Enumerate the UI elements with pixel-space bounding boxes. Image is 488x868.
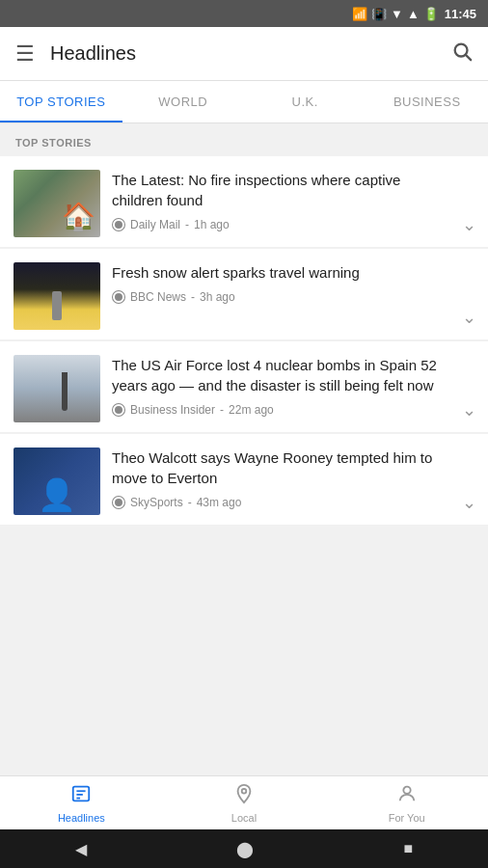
section-label: TOP STORIES xyxy=(0,123,488,156)
news-meta-3: Business Insider - 22m ago xyxy=(112,403,447,417)
news-title-4: Theo Walcott says Wayne Rooney tempted h… xyxy=(112,448,447,488)
tabs-nav: TOP STORIES WORLD U.K. BUSINESS xyxy=(0,81,488,123)
news-time-3: 22m ago xyxy=(229,403,274,417)
news-item-3[interactable]: The US Air Force lost 4 nuclear bombs in… xyxy=(0,341,488,433)
nav-headlines[interactable]: Headlines xyxy=(0,776,163,829)
headlines-nav-label: Headlines xyxy=(58,812,105,824)
expand-icon-4[interactable]: ⌄ xyxy=(462,492,476,513)
for-you-nav-label: For You xyxy=(389,812,425,824)
wifi-icon: ▼ xyxy=(391,7,403,21)
android-nav-bar: ◀ ⬤ ■ xyxy=(0,829,488,868)
news-content-4: Theo Walcott says Wayne Rooney tempted h… xyxy=(112,448,474,509)
local-nav-icon xyxy=(233,783,255,809)
expand-icon-1[interactable]: ⌄ xyxy=(462,214,476,235)
news-title-3: The US Air Force lost 4 nuclear bombs in… xyxy=(112,355,447,395)
news-meta-2: BBC News - 3h ago xyxy=(112,290,447,304)
news-thumbnail-4 xyxy=(14,448,100,515)
news-content-3: The US Air Force lost 4 nuclear bombs in… xyxy=(112,355,474,417)
news-item-1[interactable]: The Latest: No fire inspections where ca… xyxy=(0,156,488,248)
news-meta-4: SkySports - 43m ago xyxy=(112,496,447,509)
svg-line-1 xyxy=(466,55,471,60)
headlines-nav-icon xyxy=(70,783,92,809)
news-time-4: 43m ago xyxy=(197,496,242,509)
android-recent-button[interactable]: ■ xyxy=(404,840,414,857)
source-icon-3 xyxy=(112,403,125,417)
search-button[interactable] xyxy=(451,41,473,68)
status-time: 11:45 xyxy=(445,7,476,21)
page-title: Headlines xyxy=(50,42,436,65)
news-thumbnail-3 xyxy=(14,355,100,422)
bluetooth-icon: ​📶 xyxy=(352,7,367,21)
status-bar: ​📶 📳 ▼ ▲ 🔋 11:45 xyxy=(0,0,488,27)
tab-top-stories[interactable]: TOP STORIES xyxy=(0,81,122,122)
news-time-1: 1h ago xyxy=(194,218,230,231)
for-you-nav-icon xyxy=(396,783,418,809)
tab-uk[interactable]: U.K. xyxy=(244,81,366,122)
news-time-2: 3h ago xyxy=(200,290,235,304)
android-back-button[interactable]: ◀ xyxy=(75,840,87,858)
news-source-4: SkySports xyxy=(130,496,183,509)
top-bar: ☰ Headlines xyxy=(0,27,488,81)
local-nav-label: Local xyxy=(231,812,257,824)
android-home-button[interactable]: ⬤ xyxy=(236,840,254,858)
news-thumbnail-2 xyxy=(14,262,100,330)
news-list: The Latest: No fire inspections where ca… xyxy=(0,156,488,526)
svg-point-6 xyxy=(242,788,247,793)
news-title-2: Fresh snow alert sparks travel warning xyxy=(112,262,447,283)
nav-local[interactable]: Local xyxy=(163,776,326,829)
news-meta-1: Daily Mail - 1h ago xyxy=(112,218,447,231)
svg-point-7 xyxy=(403,786,410,793)
news-thumbnail-1 xyxy=(14,170,100,237)
news-item-2[interactable]: Fresh snow alert sparks travel warning B… xyxy=(0,249,488,340)
news-source-2: BBC News xyxy=(130,290,186,304)
tab-world[interactable]: WORLD xyxy=(122,81,245,122)
news-item-4[interactable]: Theo Walcott says Wayne Rooney tempted h… xyxy=(0,434,488,526)
source-icon-4 xyxy=(112,496,125,509)
signal-icon: ▲ xyxy=(407,7,420,21)
news-content-1: The Latest: No fire inspections where ca… xyxy=(112,170,474,231)
nav-for-you[interactable]: For You xyxy=(325,776,488,829)
vibrate-icon: 📳 xyxy=(371,7,387,21)
source-icon-2 xyxy=(112,290,125,304)
battery-icon: 🔋 xyxy=(423,7,439,21)
expand-icon-3[interactable]: ⌄ xyxy=(462,399,476,420)
news-title-1: The Latest: No fire inspections where ca… xyxy=(112,170,447,210)
menu-icon[interactable]: ☰ xyxy=(15,41,35,67)
expand-icon-2[interactable]: ⌄ xyxy=(462,307,476,328)
source-icon-1 xyxy=(112,218,125,231)
news-source-1: Daily Mail xyxy=(130,218,180,231)
tab-business[interactable]: BUSINESS xyxy=(366,81,489,122)
news-content-2: Fresh snow alert sparks travel warning B… xyxy=(112,262,474,304)
status-icons: ​📶 📳 ▼ ▲ 🔋 xyxy=(352,7,439,21)
bottom-nav: Headlines Local For You xyxy=(0,775,488,829)
news-source-3: Business Insider xyxy=(130,403,215,417)
